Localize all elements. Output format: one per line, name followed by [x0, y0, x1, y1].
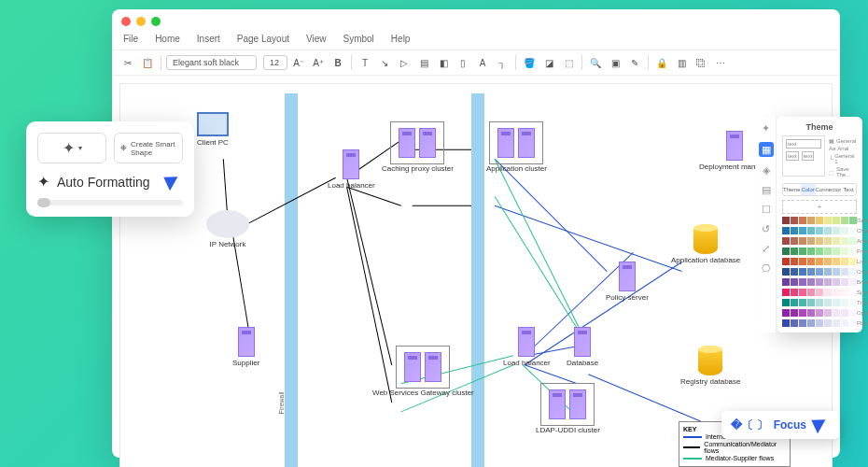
layers-icon[interactable]: ◈: [763, 164, 770, 177]
smart-dropdown[interactable]: ✦▾: [37, 133, 106, 163]
tab-color[interactable]: Color: [801, 184, 816, 195]
layer-icon[interactable]: ▥: [673, 54, 690, 71]
node-policy[interactable]: Policy server: [606, 262, 649, 302]
opt-general1[interactable]: └ General 1: [829, 153, 857, 164]
zoom-icon[interactable]: ▣: [607, 54, 623, 71]
swatch-row[interactable]: Antique: [782, 237, 857, 245]
menu-file[interactable]: File: [123, 34, 138, 44]
swatch-row[interactable]: Sprinkle: [782, 289, 857, 296]
svg-line-9: [495, 159, 607, 271]
swatch-row[interactable]: Crystal: [782, 268, 857, 276]
node-clientpc[interactable]: Client PC: [197, 112, 229, 147]
cut-icon[interactable]: ✂: [119, 54, 136, 71]
label-clientpc: Client PC: [197, 138, 229, 147]
fontcolor-icon[interactable]: A: [474, 54, 491, 71]
menu-help[interactable]: Help: [391, 34, 411, 44]
node-ipnetwork[interactable]: IP Network: [206, 210, 249, 248]
svg-line-19: [495, 196, 588, 346]
menu-home[interactable]: Home: [155, 34, 180, 44]
swatch-row[interactable]: Tranquil: [782, 299, 857, 306]
container-icon[interactable]: ▯: [455, 54, 471, 71]
maximize-icon[interactable]: [151, 17, 161, 26]
menu-symbol[interactable]: Symbol: [343, 34, 374, 44]
more-icon[interactable]: ⋯: [712, 54, 729, 71]
node-lb2[interactable]: Load balancer: [503, 327, 551, 367]
swatch-row[interactable]: Opulent: [782, 309, 857, 317]
swatch-row[interactable]: Broad: [782, 278, 857, 286]
close-icon[interactable]: [121, 17, 131, 26]
canvas[interactable]: Firewall Client PC IP Network: [119, 83, 833, 467]
stack-icon[interactable]: ▤: [415, 54, 432, 71]
menu-pagelayout[interactable]: Page Layout: [237, 34, 289, 44]
firewall-bar-1: [285, 93, 298, 467]
fontsize-select[interactable]: 12: [263, 55, 287, 70]
menubar: File Home Insert Page Layout View Symbol…: [112, 34, 840, 50]
swatch-row[interactable]: Placid: [782, 319, 857, 327]
label-lb2: Load balancer: [503, 359, 551, 367]
opt-general[interactable]: ▦ General: [829, 137, 857, 144]
label-supplier: Supplier: [232, 359, 259, 367]
promo-slider[interactable]: [37, 200, 183, 205]
smartshape-icon: ❉: [120, 144, 127, 152]
node-wsg[interactable]: Web Services Gateway cluster: [372, 346, 474, 397]
grid-icon[interactable]: ▦: [759, 142, 774, 157]
connector-icon[interactable]: ┐: [494, 54, 511, 71]
code-icon[interactable]: ⎔: [762, 262, 771, 275]
font-select[interactable]: Elegant soft black: [166, 55, 257, 70]
lock-icon[interactable]: 🔒: [653, 54, 670, 71]
focus-badge[interactable]: �〔 〕 Focus: [721, 411, 840, 439]
expand-icon[interactable]: ⤢: [762, 243, 770, 255]
cursor-icon: [814, 417, 831, 433]
cursor-icon: [166, 174, 183, 191]
swatch-row[interactable]: General: [782, 217, 857, 224]
shadow-icon[interactable]: ◪: [540, 54, 557, 71]
history-icon[interactable]: ↺: [762, 223, 770, 235]
node-appcluster[interactable]: Application cluster: [486, 121, 547, 173]
menu-view[interactable]: View: [306, 34, 327, 44]
shapes-icon[interactable]: ◧: [435, 54, 452, 71]
line-icon[interactable]: ↘: [376, 54, 393, 71]
bold-icon[interactable]: B: [329, 54, 346, 71]
minimize-icon[interactable]: [136, 17, 146, 26]
svg-line-13: [525, 365, 577, 384]
pointer-icon[interactable]: ▷: [396, 54, 413, 71]
node-appdb[interactable]: Application database: [671, 224, 740, 264]
fill-icon[interactable]: 🪣: [521, 54, 538, 71]
label-caching: Caching proxy cluster: [382, 164, 454, 173]
swatch-row[interactable]: Fresh: [782, 248, 857, 255]
crop-icon[interactable]: ⬚: [560, 54, 577, 71]
node-lb1[interactable]: Load balancer: [328, 149, 375, 190]
label-ipnet: IP Network: [206, 240, 249, 248]
tab-text[interactable]: Text: [841, 184, 856, 195]
pen-icon[interactable]: ✎: [626, 54, 643, 71]
tab-connector[interactable]: Connector: [816, 184, 842, 195]
add-theme-button[interactable]: +: [782, 200, 857, 214]
tab-theme[interactable]: Theme: [783, 184, 801, 195]
font-inc-icon[interactable]: A⁺: [310, 54, 327, 71]
node-caching[interactable]: Caching proxy cluster: [382, 121, 454, 173]
menu-insert[interactable]: Insert: [197, 34, 220, 44]
node-supplier[interactable]: Supplier: [232, 327, 259, 367]
sparkle-icon[interactable]: ✦: [762, 122, 770, 134]
node-database[interactable]: Database: [567, 327, 598, 367]
window-controls: [112, 9, 840, 34]
auto-formatting-button[interactable]: ✦ Auto Formatting: [37, 173, 183, 191]
page-icon[interactable]: ☐: [762, 204, 771, 216]
search-icon[interactable]: 🔍: [587, 54, 604, 71]
paste-icon[interactable]: 📋: [139, 54, 156, 71]
opt-arial[interactable]: Aa Arial: [829, 146, 857, 151]
opt-save[interactable]: ⬚ Save The...: [829, 166, 857, 177]
theme-preview[interactable]: text texttext: [782, 135, 825, 177]
create-smart-shape-button[interactable]: ❉Create Smart Shape: [114, 133, 183, 163]
swatch-row[interactable]: Charm: [782, 227, 857, 234]
sheet-icon[interactable]: ▤: [762, 184, 771, 196]
swatch-row[interactable]: Live: [782, 258, 857, 265]
node-regdb[interactable]: Registry database: [680, 346, 740, 386]
font-dec-icon[interactable]: A⁻: [290, 54, 307, 71]
node-ldap[interactable]: LDAP-UDDI cluster: [536, 383, 600, 434]
svg-line-4: [347, 187, 401, 205]
label-regdb: Registry database: [680, 377, 740, 386]
text-icon[interactable]: T: [357, 54, 373, 71]
app-window: File Home Insert Page Layout View Symbol…: [112, 9, 840, 458]
group-icon[interactable]: ⿻: [693, 54, 709, 71]
